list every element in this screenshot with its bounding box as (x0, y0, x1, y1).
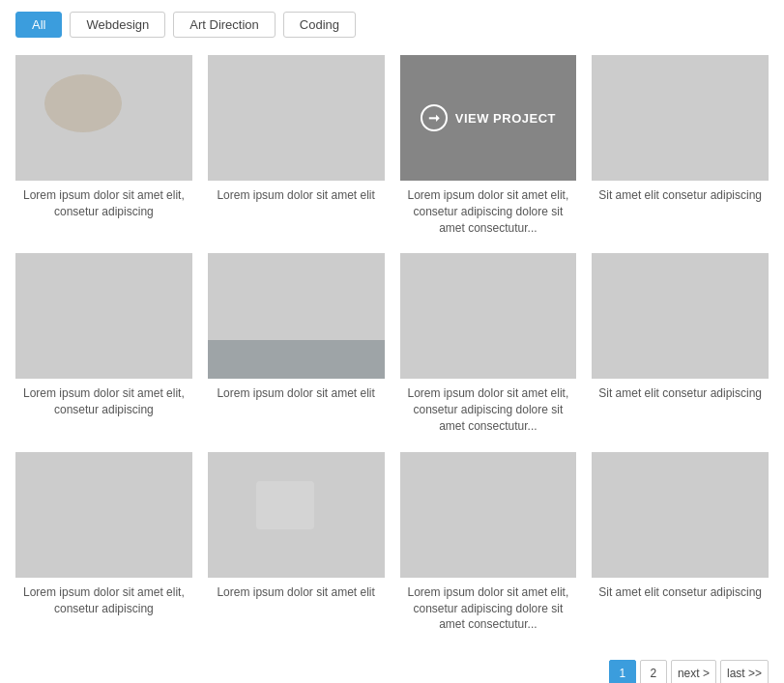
image-wrapper[interactable] (592, 55, 769, 181)
image-wrapper[interactable] (208, 253, 385, 379)
image-wrapper[interactable] (592, 452, 769, 578)
image-wrapper[interactable]: ➞VIEW PROJECT (400, 55, 577, 181)
filter-bar: All Webdesign Art Direction Coding (15, 12, 769, 38)
gallery-item: Lorem ipsum dolor sit amet elit (208, 55, 385, 236)
image-wrapper[interactable] (208, 452, 385, 578)
image-wrapper[interactable] (400, 253, 577, 379)
gallery-caption: Lorem ipsum dolor sit amet elit, consetu… (15, 385, 192, 418)
gallery-item: Sit amet elit consetur adipiscing (592, 253, 769, 434)
filter-btn-webdesign[interactable]: Webdesign (70, 12, 165, 38)
gallery-caption: Lorem ipsum dolor sit amet elit (208, 385, 385, 402)
image-wrapper[interactable] (15, 452, 192, 578)
gallery-item: Lorem ipsum dolor sit amet elit (208, 452, 385, 633)
gallery-item: Lorem ipsum dolor sit amet elit, consetu… (15, 452, 192, 633)
gallery-item: Lorem ipsum dolor sit amet elit, consetu… (400, 452, 577, 633)
image-wrapper[interactable] (400, 452, 577, 578)
gallery-item: Lorem ipsum dolor sit amet elit (208, 253, 385, 434)
image-wrapper[interactable] (208, 55, 385, 181)
gallery-caption: Sit amet elit consetur adipiscing (592, 584, 769, 601)
gallery-caption: Lorem ipsum dolor sit amet elit, consetu… (15, 584, 192, 617)
pagination: 12next >last >> (15, 660, 769, 683)
page-last-btn[interactable]: last >> (720, 660, 769, 683)
view-project-button[interactable]: ➞VIEW PROJECT (421, 104, 556, 131)
gallery-grid: Lorem ipsum dolor sit amet elit, consetu… (15, 55, 769, 650)
filter-btn-art-direction[interactable]: Art Direction (173, 12, 276, 38)
page-number-btn[interactable]: 2 (640, 660, 667, 683)
gallery-caption: Lorem ipsum dolor sit amet elit (208, 584, 385, 601)
gallery-caption: Lorem ipsum dolor sit amet elit, consetu… (400, 187, 577, 236)
gallery-caption: Lorem ipsum dolor sit amet elit, consetu… (400, 385, 577, 434)
gallery-item: Lorem ipsum dolor sit amet elit, consetu… (15, 55, 192, 236)
image-wrapper[interactable] (15, 55, 192, 181)
gallery-caption: Sit amet elit consetur adipiscing (592, 187, 769, 204)
page-number-btn[interactable]: 1 (609, 660, 636, 683)
gallery-caption: Lorem ipsum dolor sit amet elit (208, 187, 385, 204)
image-overlay[interactable]: ➞VIEW PROJECT (400, 55, 577, 181)
filter-btn-coding[interactable]: Coding (283, 12, 356, 38)
arrow-right-icon: ➞ (421, 104, 448, 131)
gallery-item: Sit amet elit consetur adipiscing (592, 452, 769, 633)
image-wrapper[interactable] (15, 253, 192, 379)
page-next-btn[interactable]: next > (671, 660, 716, 683)
gallery-caption: Sit amet elit consetur adipiscing (592, 385, 769, 402)
gallery-item: Lorem ipsum dolor sit amet elit, consetu… (400, 253, 577, 434)
gallery-item: ➞VIEW PROJECTLorem ipsum dolor sit amet … (400, 55, 577, 236)
view-project-label: VIEW PROJECT (455, 111, 556, 126)
image-wrapper[interactable] (592, 253, 769, 379)
gallery-item: Sit amet elit consetur adipiscing (592, 55, 769, 236)
gallery-caption: Lorem ipsum dolor sit amet elit, consetu… (15, 187, 192, 220)
gallery-item: Lorem ipsum dolor sit amet elit, consetu… (15, 253, 192, 434)
filter-btn-all[interactable]: All (15, 12, 62, 38)
gallery-caption: Lorem ipsum dolor sit amet elit, consetu… (400, 584, 577, 633)
